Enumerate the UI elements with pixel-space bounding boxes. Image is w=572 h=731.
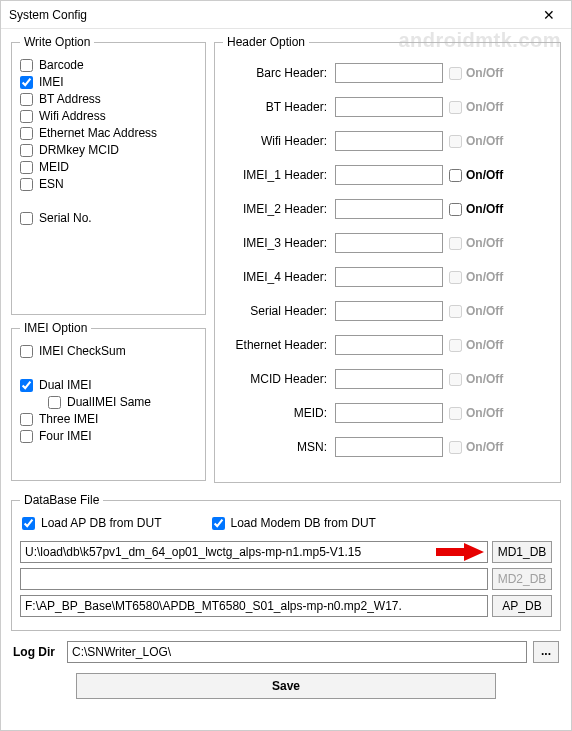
three-imei-label: Three IMEI <box>39 412 98 426</box>
header-row-input[interactable] <box>335 131 443 151</box>
onoff-checkbox[interactable] <box>449 169 462 182</box>
load-ap-db-checkbox[interactable] <box>22 517 35 530</box>
header-row-label: Barc Header: <box>223 66 329 80</box>
database-file-legend: DataBase File <box>20 493 103 507</box>
ap-db-path-input[interactable] <box>20 595 488 617</box>
write-option-label: IMEI <box>39 75 64 89</box>
header-option-group: Header Option Barc Header:On/OffBT Heade… <box>214 35 561 483</box>
database-file-group: DataBase File Load AP DB from DUT Load M… <box>11 493 561 631</box>
load-modem-db-checkbox[interactable] <box>212 517 225 530</box>
header-row-label: MCID Header: <box>223 372 329 386</box>
save-button[interactable]: Save <box>76 673 496 699</box>
onoff-checkbox <box>449 67 462 80</box>
write-option-legend: Write Option <box>20 35 94 49</box>
md1-db-path-input[interactable] <box>20 541 488 563</box>
write-option-checkbox[interactable] <box>20 59 33 72</box>
log-dir-browse-button[interactable]: ... <box>533 641 559 663</box>
onoff-checkbox <box>449 407 462 420</box>
write-option-checkbox[interactable] <box>20 110 33 123</box>
header-row-input[interactable] <box>335 403 443 423</box>
write-option-checkbox[interactable] <box>20 161 33 174</box>
onoff-checkbox <box>449 237 462 250</box>
write-option-label: Barcode <box>39 58 84 72</box>
header-row-input[interactable] <box>335 233 443 253</box>
header-row-input[interactable] <box>335 301 443 321</box>
load-modem-db-label: Load Modem DB from DUT <box>231 516 376 530</box>
header-row-label: Ethernet Header: <box>223 338 329 352</box>
four-imei-label: Four IMEI <box>39 429 92 443</box>
titlebar: System Config ✕ <box>1 1 571 29</box>
onoff-label: On/Off <box>466 202 503 216</box>
four-imei-checkbox[interactable] <box>20 430 33 443</box>
onoff-label: On/Off <box>466 66 503 80</box>
write-option-checkbox[interactable] <box>20 76 33 89</box>
log-dir-input[interactable] <box>67 641 527 663</box>
load-ap-db-label: Load AP DB from DUT <box>41 516 162 530</box>
dual-imei-label: Dual IMEI <box>39 378 92 392</box>
ap-db-button[interactable]: AP_DB <box>492 595 552 617</box>
onoff-label: On/Off <box>466 168 503 182</box>
onoff-label: On/Off <box>466 372 503 386</box>
onoff-checkbox <box>449 271 462 284</box>
header-row-input[interactable] <box>335 267 443 287</box>
write-option-checkbox[interactable] <box>20 93 33 106</box>
md1-db-button[interactable]: MD1_DB <box>492 541 552 563</box>
write-option-label: ESN <box>39 177 64 191</box>
onoff-checkbox <box>449 305 462 318</box>
write-option-label: MEID <box>39 160 69 174</box>
header-row-label: Wifi Header: <box>223 134 329 148</box>
header-row-input[interactable] <box>335 199 443 219</box>
header-row-label: BT Header: <box>223 100 329 114</box>
write-option-checkbox[interactable] <box>20 178 33 191</box>
imei-checksum-label: IMEI CheckSum <box>39 344 126 358</box>
write-option-label: BT Address <box>39 92 101 106</box>
header-row-label: IMEI_1 Header: <box>223 168 329 182</box>
window-title: System Config <box>9 8 87 22</box>
onoff-checkbox[interactable] <box>449 203 462 216</box>
onoff-label: On/Off <box>466 304 503 318</box>
header-option-legend: Header Option <box>223 35 309 49</box>
onoff-checkbox <box>449 135 462 148</box>
write-option-label: DRMkey MCID <box>39 143 119 157</box>
write-option-group: Write Option BarcodeIMEIBT AddressWifi A… <box>11 35 206 315</box>
md2-db-path-input[interactable] <box>20 568 488 590</box>
onoff-label: On/Off <box>466 134 503 148</box>
write-option-label: Ethernet Mac Address <box>39 126 157 140</box>
log-dir-label: Log Dir <box>13 645 61 659</box>
onoff-label: On/Off <box>466 100 503 114</box>
header-row-label: MSN: <box>223 440 329 454</box>
imei-checksum-checkbox[interactable] <box>20 345 33 358</box>
serial-no-checkbox[interactable] <box>20 212 33 225</box>
onoff-checkbox <box>449 101 462 114</box>
header-row-input[interactable] <box>335 335 443 355</box>
onoff-label: On/Off <box>466 338 503 352</box>
header-row-input[interactable] <box>335 165 443 185</box>
header-row-label: IMEI_2 Header: <box>223 202 329 216</box>
dual-imei-same-checkbox[interactable] <box>48 396 61 409</box>
header-row-input[interactable] <box>335 369 443 389</box>
dual-imei-same-label: DualIMEI Same <box>67 395 151 409</box>
header-row-label: IMEI_3 Header: <box>223 236 329 250</box>
header-row-input[interactable] <box>335 63 443 83</box>
onoff-label: On/Off <box>466 270 503 284</box>
header-row-input[interactable] <box>335 97 443 117</box>
serial-no-label: Serial No. <box>39 211 92 225</box>
dual-imei-checkbox[interactable] <box>20 379 33 392</box>
md2-db-button[interactable]: MD2_DB <box>492 568 552 590</box>
header-row-label: IMEI_4 Header: <box>223 270 329 284</box>
onoff-checkbox <box>449 339 462 352</box>
write-option-checkbox[interactable] <box>20 127 33 140</box>
imei-option-legend: IMEI Option <box>20 321 91 335</box>
onoff-checkbox <box>449 373 462 386</box>
three-imei-checkbox[interactable] <box>20 413 33 426</box>
close-icon[interactable]: ✕ <box>535 5 563 25</box>
onoff-label: On/Off <box>466 406 503 420</box>
onoff-label: On/Off <box>466 440 503 454</box>
header-row-input[interactable] <box>335 437 443 457</box>
onoff-checkbox <box>449 441 462 454</box>
write-option-checkbox[interactable] <box>20 144 33 157</box>
write-option-label: Wifi Address <box>39 109 106 123</box>
imei-option-group: IMEI Option IMEI CheckSum Dual IMEI Dual… <box>11 321 206 481</box>
header-row-label: MEID: <box>223 406 329 420</box>
onoff-label: On/Off <box>466 236 503 250</box>
